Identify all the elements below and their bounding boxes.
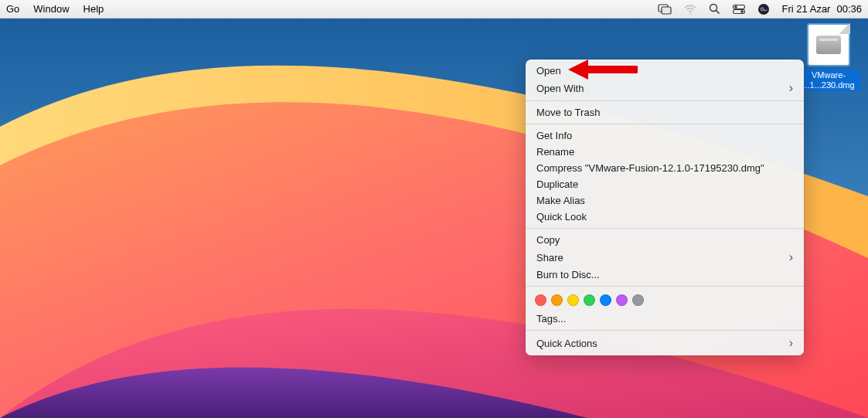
cm-burn[interactable]: Burn to Disc... [526, 267, 804, 283]
menu-go[interactable]: Go [6, 3, 19, 15]
cm-get-info[interactable]: Get Info [526, 127, 804, 144]
cm-separator [526, 286, 804, 287]
file-label-line1: VMware- [812, 70, 846, 80]
cm-rename[interactable]: Rename [526, 144, 804, 160]
tag-orange[interactable] [551, 294, 563, 306]
cm-quick-actions-label: Quick Actions [536, 338, 597, 349]
cm-open[interactable]: Open [526, 63, 804, 79]
file-label: VMware- ...1...230.dmg [797, 70, 860, 91]
search-icon[interactable] [709, 3, 720, 15]
menubar-right: Fri 21 Azar 00:36 [658, 3, 862, 15]
desktop[interactable]: VMware- ...1...230.dmg Open Open With Mo… [0, 19, 868, 418]
dmg-file-icon [807, 23, 850, 66]
menubar-clock[interactable]: Fri 21 Azar 00:36 [782, 3, 862, 15]
svg-line-4 [716, 11, 719, 14]
cm-separator [526, 100, 804, 101]
cm-separator [526, 330, 804, 331]
cm-move-to-trash[interactable]: Move to Trash [526, 104, 804, 121]
cm-duplicate[interactable]: Duplicate [526, 176, 804, 192]
chevron-right-icon [789, 336, 793, 350]
cm-separator [526, 124, 804, 124]
menubar-time-text: 00:36 [836, 3, 862, 15]
cm-open-with-label: Open With [536, 83, 584, 94]
tag-blue[interactable] [600, 294, 611, 306]
tag-green[interactable] [584, 294, 595, 306]
svg-point-8 [740, 10, 744, 13]
siri-icon[interactable] [757, 3, 770, 15]
tag-gray[interactable] [632, 294, 644, 306]
cm-quick-actions[interactable]: Quick Actions [526, 334, 804, 352]
tag-purple[interactable] [616, 294, 628, 306]
wifi-icon[interactable] [684, 5, 696, 14]
cm-quick-look[interactable]: Quick Look [526, 209, 804, 225]
cm-make-alias[interactable]: Make Alias [526, 192, 804, 209]
cm-separator [526, 228, 804, 229]
svg-point-6 [734, 5, 737, 8]
screen-mirror-icon[interactable] [658, 4, 672, 15]
chevron-right-icon [789, 81, 793, 95]
cm-share-label: Share [536, 252, 563, 263]
chevron-right-icon [789, 250, 793, 264]
context-menu: Open Open With Move to Trash Get Info Re… [526, 59, 804, 355]
menu-window[interactable]: Window [33, 3, 69, 15]
cm-tags[interactable]: Tags... [526, 311, 804, 327]
cm-tag-row [526, 290, 804, 311]
menubar-left: Go Window Help [6, 3, 104, 15]
desktop-file-dmg[interactable]: VMware- ...1...230.dmg [797, 23, 860, 91]
menubar-date-text: Fri 21 Azar [782, 3, 831, 15]
svg-point-2 [689, 12, 691, 14]
cm-copy[interactable]: Copy [526, 232, 804, 248]
tag-yellow[interactable] [567, 294, 579, 306]
file-label-line2: ...1...230.dmg [802, 80, 854, 90]
tag-red[interactable] [535, 294, 546, 306]
svg-point-3 [710, 5, 717, 12]
menubar: Go Window Help Fri 21 Azar 00:36 [0, 0, 868, 19]
cm-share[interactable]: Share [526, 248, 804, 267]
cm-compress[interactable]: Compress "VMware-Fusion-12.1.0-17195230.… [526, 160, 804, 176]
svg-rect-1 [662, 7, 671, 14]
menu-help[interactable]: Help [83, 3, 104, 15]
cm-open-with[interactable]: Open With [526, 79, 804, 97]
control-center-icon[interactable] [733, 5, 745, 14]
